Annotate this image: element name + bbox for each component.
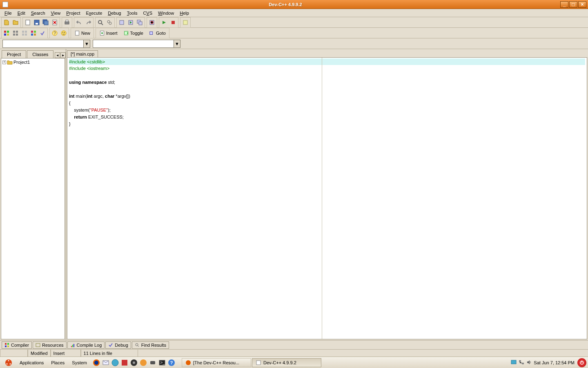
svg-rect-46 [7, 346, 9, 347]
debug-button[interactable] [160, 18, 169, 27]
class-combo[interactable]: ▼ [2, 40, 90, 48]
new-unit-button[interactable]: New [71, 29, 93, 38]
editor-panel: [*] main.cpp #include <cstdlib>#include … [66, 49, 588, 340]
svg-point-36 [61, 31, 66, 36]
app-icon-4[interactable] [148, 358, 157, 367]
menu-system[interactable]: System [69, 359, 90, 367]
terminal-icon[interactable]: >_ [158, 358, 167, 367]
toolbar-main [0, 17, 588, 28]
menu-search[interactable]: Search [28, 10, 48, 16]
tool-a1[interactable] [2, 29, 11, 38]
rebuild-button[interactable] [147, 18, 156, 27]
toggle-button[interactable]: Toggle [120, 29, 146, 38]
app-icon-1[interactable] [120, 358, 129, 367]
about-button[interactable] [59, 29, 68, 38]
svg-rect-26 [22, 31, 24, 33]
print-button[interactable] [62, 18, 71, 27]
insert-button[interactable]: Insert [96, 29, 120, 38]
replace-button[interactable] [105, 18, 114, 27]
tool-a4[interactable] [29, 29, 38, 38]
svg-rect-64 [150, 361, 155, 364]
firefox-icon[interactable] [92, 358, 101, 367]
tool-a5[interactable] [38, 29, 47, 38]
new-source-button[interactable] [2, 18, 11, 27]
tool-a3[interactable] [20, 29, 29, 38]
svg-text:?: ? [170, 360, 173, 365]
compile-run-button[interactable] [135, 18, 144, 27]
tab-classes[interactable]: Classes [27, 50, 53, 58]
code-editor[interactable]: #include <cstdlib>#include <iostream> us… [67, 58, 587, 339]
ubuntu-logo[interactable] [2, 357, 16, 368]
function-combo[interactable]: ▼ [93, 40, 180, 48]
tray-volume-icon[interactable] [526, 359, 532, 366]
undo-button[interactable] [75, 18, 84, 27]
menu-applications[interactable]: Applications [16, 359, 47, 367]
clock[interactable]: Sat Jun 7, 12:54 PM [534, 360, 575, 365]
globe-icon[interactable] [111, 358, 120, 367]
menu-window[interactable]: Window [155, 10, 177, 16]
tab-debug[interactable]: Debug [105, 341, 131, 349]
compile-button[interactable] [117, 18, 126, 27]
save-all-button[interactable] [41, 18, 50, 27]
menu-edit[interactable]: Edit [15, 10, 28, 16]
power-button[interactable] [577, 358, 586, 367]
save-button[interactable] [32, 18, 41, 27]
svg-point-53 [8, 360, 9, 361]
svg-point-10 [109, 22, 111, 25]
mail-icon[interactable] [101, 358, 110, 367]
file-tab[interactable]: [*] main.cpp [67, 50, 98, 57]
help-button[interactable]: ? [50, 29, 59, 38]
margin-line [322, 58, 322, 339]
project-root[interactable]: + Project1 [2, 59, 64, 65]
menu-view[interactable]: View [48, 10, 64, 16]
minimize-button[interactable]: _ [560, 1, 568, 8]
tool-a2[interactable] [11, 29, 20, 38]
open-button[interactable] [23, 18, 32, 27]
svg-rect-72 [519, 360, 521, 362]
tab-compiler[interactable]: Compiler [2, 341, 32, 349]
taskbar-item-firefox[interactable]: [The Dev-C++ Resou... [182, 358, 251, 367]
svg-point-57 [94, 361, 98, 365]
project-tree[interactable]: + Project1 [1, 58, 65, 339]
menu-file[interactable]: File [2, 10, 15, 16]
tab-project[interactable]: Project [2, 50, 26, 58]
help-icon[interactable]: ? [167, 358, 176, 367]
menu-cvs[interactable]: CVS [140, 10, 155, 16]
stop-button[interactable] [169, 18, 178, 27]
redo-button[interactable] [84, 18, 93, 27]
taskbar-item-devcpp[interactable]: Dev-C++ 4.9.9.2 [252, 358, 321, 367]
svg-rect-50 [74, 344, 74, 347]
goto-button[interactable]: Goto [146, 29, 169, 38]
tray-desktop-icon[interactable] [510, 359, 517, 366]
menu-execute[interactable]: Execute [83, 10, 105, 16]
svg-rect-22 [13, 31, 15, 33]
run-button[interactable] [126, 18, 135, 27]
tray-network-icon[interactable] [518, 359, 525, 366]
app-icon-3[interactable] [139, 358, 148, 367]
app-icon [2, 2, 8, 7]
menu-debug[interactable]: Debug [105, 10, 124, 16]
menu-places[interactable]: Places [48, 359, 68, 367]
tab-resources[interactable]: Resources [33, 341, 67, 349]
tab-compile-log[interactable]: Compile Log [67, 341, 105, 349]
new-project-button[interactable] [11, 18, 20, 27]
tab-next-icon[interactable]: ► [60, 52, 66, 58]
svg-rect-21 [7, 34, 9, 36]
svg-rect-60 [122, 360, 127, 366]
expand-icon[interactable]: + [2, 61, 6, 64]
tab-prev-icon[interactable]: ◄ [55, 52, 60, 58]
find-button[interactable] [96, 18, 105, 27]
menu-project[interactable]: Project [63, 10, 83, 16]
close-button[interactable]: × [578, 1, 586, 8]
tab-find-results[interactable]: Find Results [132, 341, 169, 349]
svg-point-8 [98, 20, 102, 24]
svg-rect-2 [36, 23, 38, 25]
app-icon-2[interactable] [129, 358, 138, 367]
os-taskbar: Applications Places System >_ ? [The Dev… [0, 357, 588, 368]
menu-tools[interactable]: Tools [124, 10, 140, 16]
close-file-button[interactable] [50, 18, 59, 27]
svg-rect-18 [4, 31, 6, 33]
profile-button[interactable] [181, 18, 190, 27]
maximize-button[interactable]: □ [569, 1, 577, 8]
menu-help[interactable]: Help [177, 10, 192, 16]
